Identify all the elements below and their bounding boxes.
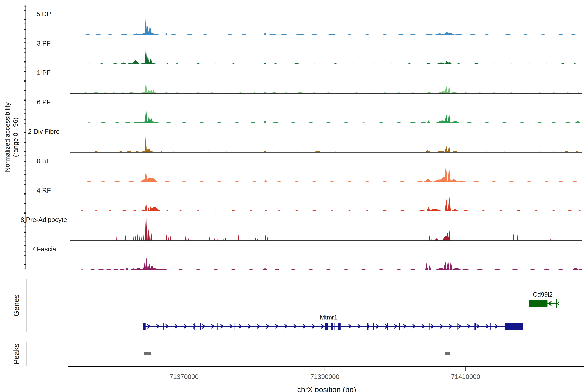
gene-mtmr1-exon (474, 323, 476, 330)
track-signal-1-pf (70, 83, 582, 94)
genome-browser-figure: 5 DP3 PF1 PF6 PF2 Div Fibro0 RF4 RF8 Pre… (0, 0, 588, 392)
gene-mtmr1-exon-tick (192, 323, 192, 330)
peaks-section-label: Peaks (12, 344, 21, 364)
track-signal-8-pre-adipocyte (70, 218, 582, 240)
track-label-2-div-fibro: 2 Div Fibro (28, 128, 60, 135)
gene-mtmr1-exon (505, 323, 523, 330)
gene-mtmr1-exon-tick (194, 323, 195, 330)
gene-mtmr1-exon-tick (334, 323, 335, 330)
gene-mtmr1-exon (373, 323, 374, 330)
track-label-5-dp: 5 DP (36, 10, 51, 18)
gene-mtmr1-exon-tick (399, 323, 400, 330)
gene-label-cd99l2: Cd99l2 (533, 291, 552, 298)
track-signal-4-rf (70, 198, 582, 211)
gene-mtmr1-exon-tick (412, 323, 413, 330)
track-label-1-pf: 1 PF (37, 69, 51, 76)
track-label-6-pf: 6 PF (37, 98, 51, 106)
track-signal-7-fascia (70, 258, 582, 270)
gene-mtmr1-exon (331, 323, 333, 330)
gene-label-mtmr1: Mtmr1 (320, 314, 338, 321)
y-axis-label: Normalized accessibility (range 0 - 96) (3, 102, 20, 172)
gene-mtmr1-exon (338, 323, 340, 330)
gene-mtmr1-exon-tick (234, 323, 235, 330)
gene-mtmr1-exon (367, 323, 368, 330)
y-axis-label-line1: Normalized accessibility (3, 102, 12, 172)
track-label-4-rf: 4 RF (37, 187, 51, 194)
gene-cd99l2-small-arrow (557, 302, 559, 305)
gene-mtmr1-exon-tick (430, 323, 430, 330)
track-label-8-pre-adipocyte: 8 Pre-Adipocyte (20, 216, 67, 223)
track-signal-6-pf (70, 108, 582, 123)
gene-mtmr1-exon (325, 323, 328, 330)
gene-mtmr1-exon-tick (217, 323, 218, 330)
x-axis-tick-label: 71390000 (310, 373, 340, 380)
gene-mtmr1-exon-tick (490, 323, 491, 330)
track-label-0-rf: 0 RF (37, 157, 51, 164)
gene-mtmr1-exon-tick (163, 323, 164, 330)
x-axis-tick-label: 71410000 (451, 373, 480, 380)
track-signal-3-pf (70, 48, 582, 64)
track-signal-0-rf (70, 166, 582, 182)
y-axis-label-line2: (range 0 - 96) (12, 102, 20, 172)
peak-call-box (144, 352, 151, 355)
peak-call-box (445, 352, 450, 355)
gene-mtmr1-exon (143, 323, 146, 330)
x-axis-title: chrX position (bp) (297, 385, 356, 392)
x-axis-tick-label: 71370000 (170, 373, 198, 380)
gene-cd99l2-exon (529, 300, 548, 307)
track-label-7-fascia: 7 Fascia (31, 246, 56, 253)
genes-section-label: Genes (12, 294, 21, 316)
gene-mtmr1-exon (200, 323, 201, 330)
track-signal-5-dp (70, 18, 582, 35)
chart-canvas: 5 DP3 PF1 PF6 PF2 Div Fibro0 RF4 RF8 Pre… (0, 0, 588, 392)
gene-mtmr1-exon-tick (457, 323, 458, 330)
track-signal-2-div-fibro (70, 136, 582, 152)
track-label-3-pf: 3 PF (37, 40, 51, 47)
